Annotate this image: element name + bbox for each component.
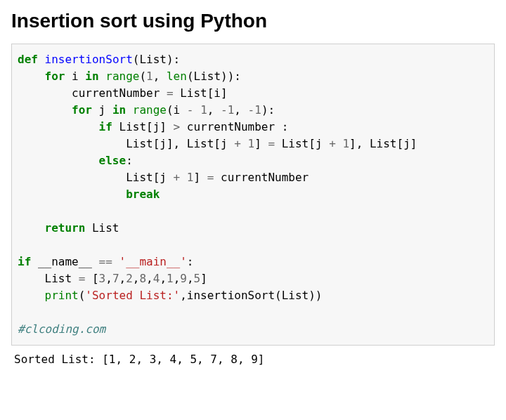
op-minus: - — [187, 103, 194, 117]
c: , — [174, 272, 181, 285]
op-plus: + — [234, 137, 241, 150]
post2: ], List[j] — [349, 137, 417, 150]
rest: ,insertionSort(List)) — [180, 289, 322, 302]
kw-def: def — [18, 53, 38, 66]
cond2: currentNumber : — [180, 120, 288, 133]
bi-range: range — [133, 103, 167, 117]
c: , — [160, 272, 167, 285]
sp — [112, 255, 119, 268]
kw-break: break — [126, 188, 160, 201]
num: 3 — [99, 272, 106, 285]
code-block: def insertionSort(List): for i in range(… — [11, 44, 495, 346]
str-sorted: 'Sorted List:' — [85, 289, 180, 302]
op-eq: = — [207, 171, 214, 184]
lp: ( — [79, 289, 86, 302]
sp — [99, 70, 106, 83]
kw-for: for — [72, 103, 92, 117]
mid: ] — [254, 137, 268, 150]
bi-len: len — [167, 70, 187, 83]
c: , — [119, 272, 126, 285]
num: 2 — [126, 272, 133, 285]
op-plus: + — [174, 171, 181, 184]
kw-in: in — [85, 70, 98, 83]
num: 7 — [112, 272, 119, 285]
str-main: '__main__' — [119, 255, 187, 268]
lp: ( — [139, 70, 146, 83]
num-1: 1 — [248, 137, 255, 150]
comment: #clcoding.com — [18, 322, 105, 336]
params: (List): — [133, 53, 180, 66]
sp — [126, 103, 133, 117]
sp — [180, 171, 187, 184]
open: [ — [85, 272, 98, 285]
close: ] — [200, 272, 207, 285]
bi-range: range — [105, 70, 139, 83]
lp: (i — [167, 103, 187, 117]
num-1: 1 — [342, 137, 349, 150]
c: , — [187, 272, 194, 285]
op-eq: = — [167, 86, 174, 100]
c: , — [133, 272, 140, 285]
sp — [336, 137, 343, 150]
kw-if: if — [99, 120, 112, 133]
var-j: j — [92, 103, 112, 117]
bi-print: print — [45, 289, 79, 302]
op-plus: + — [329, 137, 336, 150]
lhs: currentNumber — [18, 86, 167, 100]
op-eqeq: == — [99, 255, 112, 268]
num-1: 1 — [228, 103, 235, 117]
sp — [194, 103, 201, 117]
c: , — [105, 272, 112, 285]
comma: , — [153, 70, 167, 83]
post1: List[j — [275, 137, 329, 150]
comma: , — [234, 103, 247, 117]
name-main: __name__ — [31, 255, 98, 268]
page-title: Insertion sort using Python — [11, 10, 495, 32]
kw-else: else — [99, 154, 126, 167]
fn-name: insertionSort — [45, 53, 133, 66]
op-eq: = — [79, 272, 86, 285]
kw-for: for — [45, 70, 65, 83]
num-1: 1 — [200, 103, 207, 117]
sp — [241, 137, 248, 150]
comma: , — [207, 103, 221, 117]
rest: List — [85, 221, 119, 235]
cond1: List[j] — [112, 120, 174, 133]
num-1: 1 — [254, 103, 261, 117]
c: , — [146, 272, 153, 285]
colon: : — [187, 255, 194, 268]
num: 9 — [180, 272, 187, 285]
colon: : — [126, 154, 133, 167]
post: ] — [193, 171, 207, 184]
num: 1 — [167, 272, 174, 285]
op-neg: - — [221, 103, 228, 117]
op-eq: = — [268, 137, 275, 150]
kw-if: if — [18, 255, 31, 268]
num: 5 — [194, 272, 201, 285]
var-i: i — [65, 70, 85, 83]
op-gt: > — [174, 120, 181, 133]
num-1: 1 — [146, 70, 153, 83]
rhs: List[i] — [174, 86, 228, 100]
num: 4 — [153, 272, 160, 285]
rp: ): — [261, 103, 275, 117]
rhs: currentNumber — [214, 171, 309, 184]
pre: List[j], List[j — [18, 137, 234, 150]
num: 8 — [139, 272, 146, 285]
output-block: Sorted List: [1, 2, 3, 4, 5, 7, 8, 9] — [11, 346, 495, 368]
kw-in: in — [112, 103, 126, 117]
pre: List[j — [18, 171, 174, 184]
kw-return: return — [45, 221, 86, 235]
rest: (List)): — [187, 70, 241, 83]
pre: List — [18, 272, 79, 285]
op-neg: - — [248, 103, 255, 117]
